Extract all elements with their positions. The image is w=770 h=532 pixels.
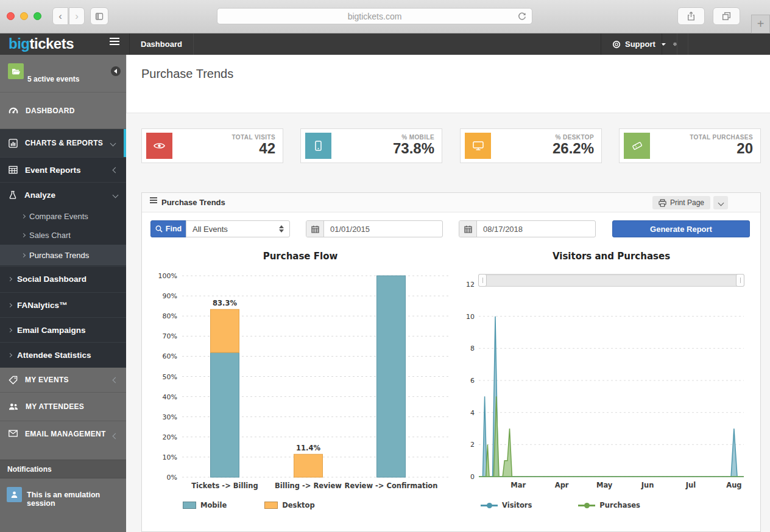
print-options-chevron-button[interactable] <box>713 196 728 209</box>
navbar-dashboard-link[interactable]: Dashboard <box>129 33 194 55</box>
analyze-submenu: Compare Events Sales Chart Purchase Tren… <box>0 207 126 265</box>
svg-text:Billing -> Review: Billing -> Review <box>275 481 342 490</box>
sidebar-subitem-sales-chart[interactable]: Sales Chart <box>0 226 126 245</box>
window-zoom-button[interactable] <box>34 12 41 20</box>
svg-text:80%: 80% <box>163 312 177 320</box>
bigtickets-logo[interactable]: bigtickets <box>9 35 74 52</box>
purchase-flow-chart: Purchase Flow 0%10%20%30%40%50%60%70%80%… <box>148 247 453 527</box>
svg-text:30%: 30% <box>163 413 177 421</box>
panel-menu-icon[interactable] <box>150 200 157 201</box>
chevron-right-icon <box>21 214 26 219</box>
event-filter-value: All Events <box>192 225 228 234</box>
sidebar-subitem-purchase-trends[interactable]: Purchase Trends <box>0 245 126 265</box>
svg-text:Mar: Mar <box>510 481 526 489</box>
stat-card-percent-desktop: % DESKTOP 26.2% <box>460 128 602 163</box>
eye-icon <box>146 133 172 159</box>
sidebar-item-email-campaigns[interactable]: Email Campaigns <box>0 317 126 342</box>
screen: ‹ › bigtickets.com <box>0 0 770 532</box>
chevron-left-icon <box>113 167 119 173</box>
sidebar-item-attendee-statistics[interactable]: Attendee Statistics <box>0 342 126 367</box>
svg-text:20%: 20% <box>163 433 177 441</box>
reload-icon[interactable] <box>517 12 527 21</box>
page-header: Purchase Trends <box>126 55 770 113</box>
svg-text:6: 6 <box>470 377 475 385</box>
support-icon <box>612 40 621 49</box>
hamburger-icon <box>150 200 157 201</box>
sidebar-events-summary: 5 active events <box>0 55 126 93</box>
sidebar-item-analyze[interactable]: Analyze <box>0 182 126 207</box>
browser-sidebar-toggle-button[interactable] <box>90 7 108 25</box>
svg-text:10: 10 <box>466 313 475 321</box>
svg-text:11.4%: 11.4% <box>296 444 320 452</box>
event-filter-select[interactable]: All Events <box>186 220 290 237</box>
legend-item[interactable]: Mobile <box>183 501 227 509</box>
svg-text:12: 12 <box>466 281 475 289</box>
window-close-button[interactable] <box>7 12 15 20</box>
sidebar-item-dashboard[interactable]: DASHBOARD <box>0 93 126 129</box>
legend-item[interactable]: Purchases <box>578 501 640 509</box>
browser-share-button[interactable] <box>677 7 705 25</box>
panel-title: Purchase Trends <box>161 198 225 207</box>
browser-address-bar[interactable]: bigtickets.com <box>217 8 532 24</box>
browser-tabs-overview-button[interactable] <box>713 7 740 25</box>
visitors-purchases-chart: Visitors and Purchases 024681012MarAprMa… <box>461 247 762 527</box>
chevron-down-icon <box>113 192 119 198</box>
svg-text:4: 4 <box>470 409 475 417</box>
chevron-right-icon <box>21 233 26 237</box>
svg-text:10%: 10% <box>163 453 177 461</box>
browser-forward-button[interactable]: › <box>69 7 85 25</box>
find-button[interactable]: Find <box>150 220 186 237</box>
sidebar-subitem-compare-events[interactable]: Compare Events <box>0 207 126 226</box>
range-slider[interactable] <box>478 274 744 287</box>
window-minimize-button[interactable] <box>20 12 28 20</box>
notification-tile <box>7 487 22 502</box>
svg-text:0%: 0% <box>167 474 177 481</box>
svg-text:8: 8 <box>470 345 475 352</box>
legend-item[interactable]: Visitors <box>481 501 532 509</box>
sidebar-item-email-management[interactable]: EMAIL MANAGEMENT <box>0 421 126 460</box>
date-from-field[interactable]: 01/01/2015 <box>306 220 443 237</box>
generate-report-button[interactable]: Generate Report <box>612 220 750 237</box>
chevron-down-icon <box>110 140 116 146</box>
svg-text:Aug: Aug <box>726 481 741 489</box>
svg-text:0: 0 <box>470 473 475 481</box>
date-from-value: 01/01/2015 <box>324 221 442 237</box>
sidebar-item-my-attendees[interactable]: MY ATTENDEES <box>0 393 126 421</box>
flask-icon <box>9 191 17 200</box>
envelope-icon <box>9 430 18 437</box>
chevron-down-icon <box>718 200 724 206</box>
sidebar-item-social-dashboard[interactable]: Social Dashboard <box>0 266 126 291</box>
range-slider-handle-left[interactable] <box>478 274 487 287</box>
sidebar-item-charts-reports[interactable]: CHARTS & REPORTS <box>0 129 126 157</box>
svg-text:Review -> Confirmation: Review -> Confirmation <box>345 481 438 490</box>
browser-back-button[interactable]: ‹ <box>52 7 68 25</box>
stat-value: 26.2% <box>553 141 594 156</box>
print-page-button[interactable]: Print Page <box>652 196 710 209</box>
svg-text:Tickets -> Billing: Tickets -> Billing <box>191 481 258 490</box>
stat-value: 42 <box>232 141 275 156</box>
navbar-settings-button[interactable] <box>662 33 688 55</box>
svg-text:40%: 40% <box>163 393 177 401</box>
browser-new-tab-button[interactable]: + <box>751 15 770 33</box>
legend-item[interactable]: Desktop <box>264 501 314 509</box>
active-events-tile[interactable] <box>8 63 24 79</box>
sidebar-item-fanalytics[interactable]: FANalytics™ <box>0 292 126 317</box>
user-icon <box>10 491 18 499</box>
url-text: bigtickets.com <box>348 12 402 21</box>
stat-card-total-purchases: TOTAL PURCHASES 20 <box>619 128 761 163</box>
back-icon: ‹ <box>58 10 62 23</box>
calendar-icon <box>306 221 324 237</box>
panel-header: Purchase Trends Print Page <box>142 193 760 212</box>
sidebar-item-event-reports[interactable]: Event Reports <box>0 157 126 182</box>
navbar-menu-toggle-button[interactable] <box>110 41 119 42</box>
date-to-field[interactable]: 08/17/2018 <box>459 220 596 237</box>
sidebar-item-my-events[interactable]: MY EVENTS <box>0 368 126 393</box>
calendar-icon <box>459 221 477 237</box>
legend-dot <box>584 503 590 508</box>
sidebar-collapse-button[interactable] <box>111 66 121 76</box>
table-icon <box>9 166 18 174</box>
range-slider-handle-right[interactable] <box>736 274 744 287</box>
purchase-flow-plot: 0%10%20%30%40%50%60%70%80%90%100%83.3%Ti… <box>148 270 453 498</box>
svg-text:70%: 70% <box>163 332 177 340</box>
purchase-trends-panel: Purchase Trends Print Page Find <box>141 192 761 532</box>
